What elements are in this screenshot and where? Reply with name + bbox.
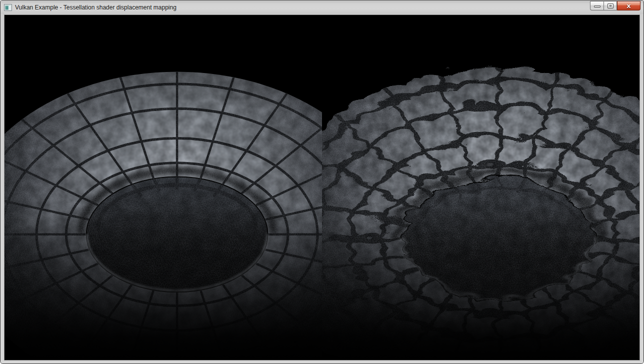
window-controls: x (590, 1, 640, 10)
top-shadow-overlay (4, 15, 640, 108)
window: Vulkan Example - Tessellation shader dis… (0, 0, 644, 364)
render-area[interactable] (4, 14, 640, 360)
window-frame (0, 14, 644, 364)
window-title: Vulkan Example - Tessellation shader dis… (15, 4, 176, 11)
close-button[interactable]: x (617, 1, 640, 10)
close-icon: x (626, 3, 630, 9)
maximize-icon (608, 4, 614, 8)
maximize-button[interactable] (604, 1, 617, 10)
vulkan-app-icon (4, 4, 12, 12)
vulkan-render-surface[interactable] (4, 15, 640, 360)
titlebar[interactable]: Vulkan Example - Tessellation shader dis… (0, 0, 644, 14)
bottom-shadow-overlay (4, 208, 640, 360)
minimize-button[interactable] (590, 1, 604, 10)
minimize-icon (594, 6, 600, 8)
